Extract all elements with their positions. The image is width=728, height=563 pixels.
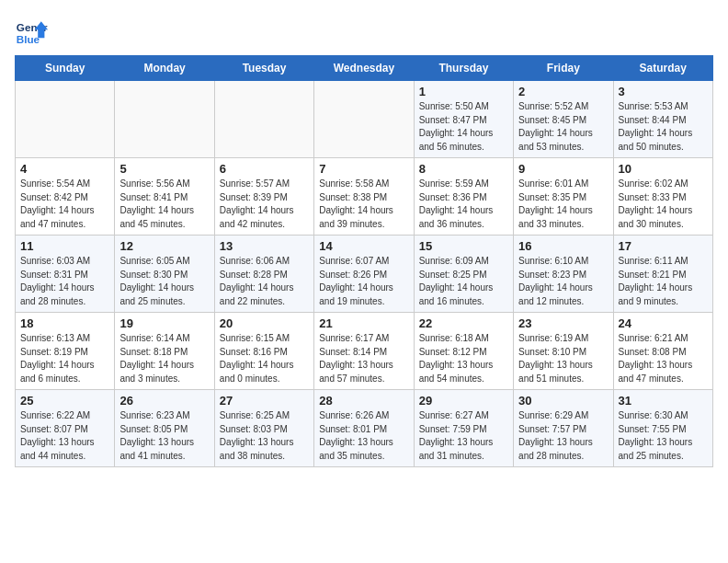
day-number: 23 — [518, 316, 608, 330]
day-detail: Sunrise: 6:15 AM Sunset: 8:16 PM Dayligh… — [220, 332, 309, 385]
day-cell: 7Sunrise: 5:58 AM Sunset: 8:38 PM Daylig… — [314, 158, 414, 236]
day-detail: Sunrise: 6:27 AM Sunset: 7:59 PM Dayligh… — [419, 409, 508, 463]
day-cell: 15Sunrise: 6:09 AM Sunset: 8:25 PM Dayli… — [414, 236, 513, 313]
day-number: 10 — [619, 162, 708, 176]
day-number: 12 — [119, 239, 209, 253]
week-row-2: 4Sunrise: 5:54 AM Sunset: 8:42 PM Daylig… — [16, 158, 713, 236]
day-detail: Sunrise: 5:59 AM Sunset: 8:36 PM Dayligh… — [419, 178, 508, 231]
day-cell: 2Sunrise: 5:52 AM Sunset: 8:45 PM Daylig… — [514, 81, 613, 158]
day-cell: 24Sunrise: 6:21 AM Sunset: 8:08 PM Dayli… — [613, 313, 712, 390]
day-cell: 28Sunrise: 6:26 AM Sunset: 8:01 PM Dayli… — [314, 390, 414, 467]
day-detail: Sunrise: 6:10 AM Sunset: 8:23 PM Dayligh… — [518, 255, 608, 308]
day-detail: Sunrise: 6:06 AM Sunset: 8:28 PM Dayligh… — [220, 255, 309, 308]
day-cell: 14Sunrise: 6:07 AM Sunset: 8:26 PM Dayli… — [314, 236, 414, 313]
day-number: 20 — [220, 316, 309, 330]
header: General Blue — [15, 15, 713, 48]
logo-icon: General Blue — [15, 15, 48, 48]
day-cell: 16Sunrise: 6:10 AM Sunset: 8:23 PM Dayli… — [514, 236, 613, 313]
day-number: 16 — [518, 239, 608, 253]
day-detail: Sunrise: 6:25 AM Sunset: 8:03 PM Dayligh… — [220, 409, 309, 463]
day-number: 24 — [619, 316, 708, 330]
day-detail: Sunrise: 6:17 AM Sunset: 8:14 PM Dayligh… — [319, 332, 408, 385]
day-detail: Sunrise: 5:57 AM Sunset: 8:39 PM Dayligh… — [220, 178, 309, 231]
day-detail: Sunrise: 6:01 AM Sunset: 8:35 PM Dayligh… — [518, 178, 608, 231]
day-number: 13 — [220, 239, 309, 253]
day-cell — [16, 81, 115, 158]
day-cell — [214, 81, 313, 158]
weekday-header-thursday: Thursday — [414, 56, 513, 81]
day-cell: 27Sunrise: 6:25 AM Sunset: 8:03 PM Dayli… — [214, 390, 313, 467]
week-row-5: 25Sunrise: 6:22 AM Sunset: 8:07 PM Dayli… — [16, 390, 713, 467]
day-detail: Sunrise: 6:21 AM Sunset: 8:08 PM Dayligh… — [619, 332, 708, 385]
weekday-header-friday: Friday — [514, 56, 613, 81]
day-number: 27 — [220, 394, 309, 408]
day-cell: 19Sunrise: 6:14 AM Sunset: 8:18 PM Dayli… — [115, 313, 214, 390]
day-number: 25 — [20, 394, 109, 408]
day-number: 26 — [119, 394, 209, 408]
day-detail: Sunrise: 6:07 AM Sunset: 8:26 PM Dayligh… — [319, 255, 408, 308]
week-row-3: 11Sunrise: 6:03 AM Sunset: 8:31 PM Dayli… — [16, 236, 713, 313]
day-detail: Sunrise: 5:56 AM Sunset: 8:41 PM Dayligh… — [119, 178, 209, 231]
day-cell: 4Sunrise: 5:54 AM Sunset: 8:42 PM Daylig… — [16, 158, 115, 236]
day-cell: 18Sunrise: 6:13 AM Sunset: 8:19 PM Dayli… — [16, 313, 115, 390]
day-cell: 13Sunrise: 6:06 AM Sunset: 8:28 PM Dayli… — [214, 236, 313, 313]
day-number: 1 — [419, 85, 508, 98]
day-cell: 5Sunrise: 5:56 AM Sunset: 8:41 PM Daylig… — [115, 158, 214, 236]
day-detail: Sunrise: 6:09 AM Sunset: 8:25 PM Dayligh… — [419, 255, 508, 308]
day-detail: Sunrise: 6:05 AM Sunset: 8:30 PM Dayligh… — [119, 255, 209, 308]
day-cell — [314, 81, 414, 158]
day-cell: 6Sunrise: 5:57 AM Sunset: 8:39 PM Daylig… — [214, 158, 313, 236]
calendar-table: SundayMondayTuesdayWednesdayThursdayFrid… — [15, 55, 713, 467]
day-detail: Sunrise: 6:29 AM Sunset: 7:57 PM Dayligh… — [518, 409, 608, 463]
day-number: 19 — [119, 316, 209, 330]
day-number: 29 — [419, 394, 508, 408]
day-cell: 30Sunrise: 6:29 AM Sunset: 7:57 PM Dayli… — [514, 390, 613, 467]
logo: General Blue — [15, 15, 51, 48]
svg-text:Blue: Blue — [17, 33, 40, 45]
day-cell: 3Sunrise: 5:53 AM Sunset: 8:44 PM Daylig… — [613, 81, 712, 158]
day-cell: 12Sunrise: 6:05 AM Sunset: 8:30 PM Dayli… — [115, 236, 214, 313]
day-number: 21 — [319, 316, 408, 330]
day-detail: Sunrise: 6:23 AM Sunset: 8:05 PM Dayligh… — [119, 409, 209, 463]
day-cell: 17Sunrise: 6:11 AM Sunset: 8:21 PM Dayli… — [613, 236, 712, 313]
day-detail: Sunrise: 6:11 AM Sunset: 8:21 PM Dayligh… — [619, 255, 708, 308]
day-detail: Sunrise: 5:50 AM Sunset: 8:47 PM Dayligh… — [419, 100, 508, 154]
day-detail: Sunrise: 6:22 AM Sunset: 8:07 PM Dayligh… — [20, 409, 109, 463]
day-number: 28 — [319, 394, 408, 408]
day-cell — [115, 81, 214, 158]
day-detail: Sunrise: 5:58 AM Sunset: 8:38 PM Dayligh… — [319, 178, 408, 231]
day-number: 2 — [518, 85, 608, 98]
day-cell: 29Sunrise: 6:27 AM Sunset: 7:59 PM Dayli… — [414, 390, 513, 467]
weekday-header-wednesday: Wednesday — [314, 56, 414, 81]
day-number: 7 — [319, 162, 408, 176]
day-number: 3 — [619, 85, 708, 98]
day-cell: 20Sunrise: 6:15 AM Sunset: 8:16 PM Dayli… — [214, 313, 313, 390]
day-number: 31 — [619, 394, 708, 408]
day-detail: Sunrise: 5:52 AM Sunset: 8:45 PM Dayligh… — [518, 100, 608, 154]
day-cell: 8Sunrise: 5:59 AM Sunset: 8:36 PM Daylig… — [414, 158, 513, 236]
day-number: 15 — [419, 239, 508, 253]
day-number: 4 — [20, 162, 109, 176]
weekday-header-saturday: Saturday — [613, 56, 712, 81]
day-detail: Sunrise: 6:19 AM Sunset: 8:10 PM Dayligh… — [518, 332, 608, 385]
weekday-header-sunday: Sunday — [16, 56, 115, 81]
day-detail: Sunrise: 5:54 AM Sunset: 8:42 PM Dayligh… — [20, 178, 109, 231]
day-detail: Sunrise: 6:18 AM Sunset: 8:12 PM Dayligh… — [419, 332, 508, 385]
day-number: 11 — [20, 239, 109, 253]
day-detail: Sunrise: 6:30 AM Sunset: 7:55 PM Dayligh… — [619, 409, 708, 463]
weekday-header-monday: Monday — [115, 56, 214, 81]
day-cell: 22Sunrise: 6:18 AM Sunset: 8:12 PM Dayli… — [414, 313, 513, 390]
day-number: 17 — [619, 239, 708, 253]
day-number: 30 — [518, 394, 608, 408]
day-detail: Sunrise: 6:03 AM Sunset: 8:31 PM Dayligh… — [20, 255, 109, 308]
day-cell: 26Sunrise: 6:23 AM Sunset: 8:05 PM Dayli… — [115, 390, 214, 467]
weekday-header-row: SundayMondayTuesdayWednesdayThursdayFrid… — [16, 56, 713, 81]
day-detail: Sunrise: 6:02 AM Sunset: 8:33 PM Dayligh… — [619, 178, 708, 231]
day-number: 6 — [220, 162, 309, 176]
day-detail: Sunrise: 5:53 AM Sunset: 8:44 PM Dayligh… — [619, 100, 708, 154]
day-cell: 1Sunrise: 5:50 AM Sunset: 8:47 PM Daylig… — [414, 81, 513, 158]
day-cell: 9Sunrise: 6:01 AM Sunset: 8:35 PM Daylig… — [514, 158, 613, 236]
day-number: 22 — [419, 316, 508, 330]
day-detail: Sunrise: 6:13 AM Sunset: 8:19 PM Dayligh… — [20, 332, 109, 385]
week-row-4: 18Sunrise: 6:13 AM Sunset: 8:19 PM Dayli… — [16, 313, 713, 390]
